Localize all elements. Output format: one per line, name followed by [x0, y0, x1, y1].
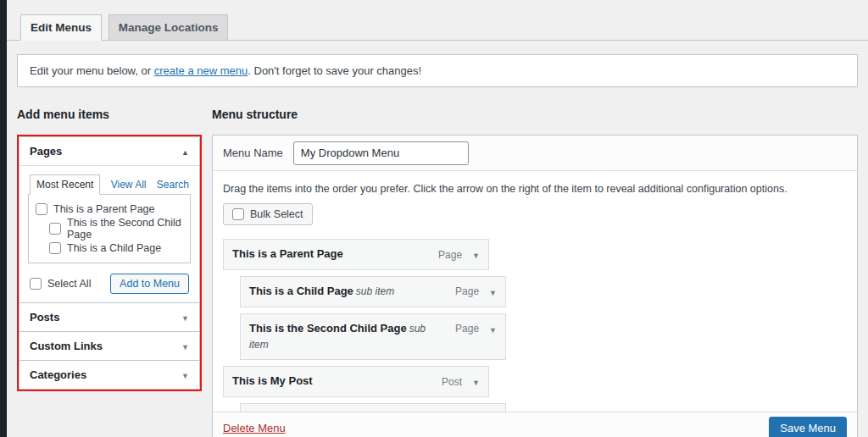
pages-accordion: Pages Most Recent View All Search Th	[19, 136, 200, 303]
menu-item-label: This is My Post	[232, 373, 315, 390]
edit-menus-page: Edit Menus Manage Locations Edit your me…	[7, 0, 868, 437]
menu-item-controls: Page	[455, 321, 497, 335]
categories-accordion-title: Categories	[30, 368, 86, 381]
notice-text-after: . Don't forget to save your changes!	[248, 64, 421, 77]
save-menu-button[interactable]: Save Menu	[769, 417, 847, 437]
drag-instructions: Drag the items into the order you prefer…	[223, 183, 847, 195]
arrow-down-icon[interactable]	[181, 368, 189, 381]
pages-checklist: This is a Parent Page This is the Second…	[28, 194, 191, 263]
menu-item-type: Page	[455, 285, 479, 297]
page-check-label: This is a Child Page	[67, 242, 161, 254]
page-check-item[interactable]: This is a Parent Page	[36, 203, 183, 215]
delete-menu-link[interactable]: Delete Menu	[223, 422, 286, 434]
menu-item[interactable]: This is a Child Pagesub item Page	[240, 276, 506, 307]
menu-structure-body: Drag the items into the order you prefer…	[213, 171, 857, 437]
menu-item-controls: Page	[438, 246, 480, 261]
menu-name-label: Menu Name	[223, 147, 283, 159]
notice-text-before: Edit your menu below, or	[30, 64, 154, 77]
pages-accordion-body: Most Recent View All Search This is a Pa…	[19, 165, 199, 302]
checkbox[interactable]	[36, 203, 47, 215]
menu-structure-heading: Menu structure	[212, 108, 858, 121]
custom-links-accordion-title: Custom Links	[30, 340, 103, 352]
create-new-menu-link[interactable]: create a new menu	[154, 64, 248, 77]
custom-links-accordion-header[interactable]: Custom Links	[19, 332, 199, 360]
arrow-up-icon[interactable]	[181, 145, 189, 158]
bulk-select-label: Bulk Select	[250, 208, 303, 220]
admin-sidebar-edge	[0, 0, 7, 437]
menu-item-type: Page	[438, 249, 462, 261]
menu-structure-panel: Menu Name Drag the items into the order …	[212, 135, 858, 437]
menu-items-list: This is a Parent Page Page This is a Chi…	[223, 239, 847, 437]
add-menu-items-heading: Add menu items	[17, 108, 202, 121]
expand-arrow-icon[interactable]	[489, 285, 497, 298]
menu-item[interactable]: This is a Parent Page Page	[223, 239, 489, 270]
subtab-search[interactable]: Search	[157, 179, 189, 191]
expand-arrow-icon[interactable]	[472, 248, 480, 261]
posts-accordion: Posts	[19, 302, 200, 332]
add-to-menu-button[interactable]: Add to Menu	[110, 274, 189, 294]
categories-accordion: Categories	[19, 360, 200, 390]
pages-subtabs: Most Recent View All Search	[28, 174, 191, 194]
menu-item[interactable]: This is My Post Post	[223, 366, 489, 397]
subtab-view-all[interactable]: View All	[111, 179, 147, 191]
annotation-highlight-box: Pages Most Recent View All Search Th	[17, 135, 202, 391]
menu-name-row: Menu Name	[213, 136, 857, 171]
menu-structure-footer: Delete Menu Save Menu	[213, 412, 857, 437]
nav-tab-bar: Edit Menus Manage Locations	[7, 0, 868, 41]
menu-item[interactable]: This is the Second Child Pagesub item Pa…	[240, 313, 506, 361]
expand-arrow-icon[interactable]	[472, 375, 480, 388]
categories-accordion-header[interactable]: Categories	[19, 361, 199, 389]
tab-manage-locations[interactable]: Manage Locations	[108, 14, 229, 41]
pages-footer: Select All Add to Menu	[28, 274, 191, 294]
arrow-down-icon[interactable]	[181, 311, 189, 324]
content-columns: Add menu items Pages Most Recent View Al…	[7, 108, 868, 437]
select-all-label: Select All	[47, 278, 91, 290]
edit-menu-notice: Edit your menu below, or create a new me…	[17, 54, 858, 87]
expand-arrow-icon[interactable]	[489, 323, 497, 335]
menu-item-label: This is a Parent Page	[232, 246, 346, 263]
pages-accordion-header[interactable]: Pages	[19, 137, 199, 165]
page-check-item[interactable]: This is a Child Page	[36, 242, 183, 254]
subtab-most-recent[interactable]: Most Recent	[30, 174, 100, 195]
add-menu-items-column: Add menu items Pages Most Recent View Al…	[17, 108, 202, 437]
checkbox[interactable]	[49, 242, 61, 254]
posts-accordion-title: Posts	[30, 311, 59, 324]
arrow-down-icon[interactable]	[181, 340, 189, 352]
pages-accordion-title: Pages	[30, 145, 62, 158]
posts-accordion-header[interactable]: Posts	[19, 303, 199, 331]
page-check-item[interactable]: This is the Second Child Page	[36, 217, 183, 241]
bulk-select-button[interactable]: Bulk Select	[223, 203, 313, 225]
tab-edit-menus[interactable]: Edit Menus	[20, 14, 102, 41]
checkbox[interactable]	[49, 223, 61, 235]
custom-links-accordion: Custom Links	[19, 331, 200, 361]
menu-structure-column: Menu structure Menu Name Drag the items …	[212, 108, 858, 437]
menu-item-type: Post	[442, 376, 462, 388]
menu-item-controls: Post	[442, 373, 480, 388]
menu-item-label: This is the Second Child Pagesub item	[249, 321, 437, 353]
checkbox[interactable]	[30, 278, 42, 290]
page-check-label: This is the Second Child Page	[67, 217, 183, 241]
menu-name-input[interactable]	[293, 141, 469, 165]
page-check-label: This is a Parent Page	[53, 203, 155, 215]
menu-item-controls: Page	[455, 284, 497, 298]
menu-item-label: This is a Child Pagesub item	[249, 284, 394, 300]
checkbox[interactable]	[232, 208, 244, 220]
menu-item-type: Page	[455, 323, 479, 335]
select-all-control[interactable]: Select All	[30, 278, 91, 290]
